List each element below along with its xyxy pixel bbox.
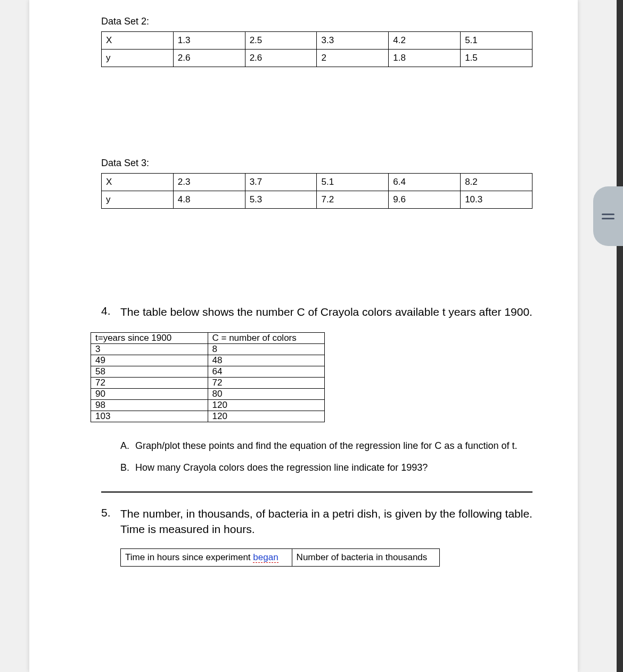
table-row: 103120 (91, 411, 325, 422)
cell: 3 (91, 344, 208, 355)
cell: 9.6 (389, 191, 461, 209)
cell: 2.6 (245, 50, 317, 67)
cell: 6.4 (389, 174, 461, 191)
table-header-row: t=years since 1900 C = number of colors (91, 333, 325, 344)
cell: 5.3 (245, 191, 317, 209)
sub-text: How many Crayola colors does the regress… (135, 462, 428, 473)
cell: 98 (91, 400, 208, 411)
table-row: 5864 (91, 366, 325, 378)
table-row: 4948 (91, 355, 325, 366)
column-header: Number of bacteria in thousands (292, 549, 439, 567)
section-divider (101, 491, 532, 493)
sub-letter: B. (120, 462, 135, 473)
side-panel-toggle[interactable] (593, 186, 623, 246)
cell: 8 (208, 344, 325, 355)
dataset3-label: Data Set 3: (101, 158, 532, 169)
cell: 4.8 (173, 191, 245, 209)
column-header: C = number of colors (208, 333, 325, 344)
cell: 49 (91, 355, 208, 366)
crayola-table: t=years since 1900 C = number of colors … (91, 332, 325, 422)
question-5: 5. The number, in thousands, of bacteria… (101, 506, 532, 537)
dataset2-label: Data Set 2: (101, 16, 532, 27)
row-label: X (102, 174, 174, 191)
question-number: 5. (101, 506, 120, 537)
cell: 7.2 (317, 191, 389, 209)
row-label: y (102, 50, 174, 67)
spellcheck-word: began (253, 552, 278, 563)
header-prefix: Time in hours since experiment (125, 552, 253, 562)
dataset2-table: X 1.3 2.5 3.3 4.2 5.1 y 2.6 2.6 2 1.8 1.… (101, 31, 532, 67)
cell: 5.1 (317, 174, 389, 191)
cell: 120 (208, 400, 325, 411)
cell: 5.1 (461, 32, 532, 50)
cell: 1.3 (173, 32, 245, 50)
table-row: 9080 (91, 389, 325, 400)
table-row: y 2.6 2.6 2 1.8 1.5 (102, 50, 532, 67)
table-row: X 2.3 3.7 5.1 6.4 8.2 (102, 174, 532, 191)
cell: 120 (208, 411, 325, 422)
cell: 1.5 (461, 50, 532, 67)
table-row: 7272 (91, 378, 325, 389)
question-4: 4. The table below shows the number C of… (101, 305, 532, 319)
cell: 90 (91, 389, 208, 400)
cell: 4.2 (389, 32, 461, 50)
cell: 72 (91, 378, 208, 389)
row-label: X (102, 32, 174, 50)
sub-text: Graph/plot these points and find the equ… (135, 440, 517, 452)
cell: 64 (208, 366, 325, 378)
cell: 48 (208, 355, 325, 366)
document-page: Data Set 2: X 1.3 2.5 3.3 4.2 5.1 y 2.6 … (29, 0, 578, 672)
table-row: y 4.8 5.3 7.2 9.6 10.3 (102, 191, 532, 209)
cell: 2.6 (173, 50, 245, 67)
table-header-row: Time in hours since experiment began Num… (121, 549, 440, 567)
cell: 58 (91, 366, 208, 378)
question-4a: A. Graph/plot these points and find the … (120, 440, 532, 452)
sub-letter: A. (120, 440, 135, 452)
cell: 2.5 (245, 32, 317, 50)
cell: 8.2 (461, 174, 532, 191)
table-row: 98120 (91, 400, 325, 411)
table-row: X 1.3 2.5 3.3 4.2 5.1 (102, 32, 532, 50)
cell: 72 (208, 378, 325, 389)
menu-icon (602, 211, 614, 222)
question-4b: B. How many Crayola colors does the regr… (120, 462, 532, 473)
cell: 1.8 (389, 50, 461, 67)
bacteria-table: Time in hours since experiment began Num… (120, 548, 440, 567)
page-content: Data Set 2: X 1.3 2.5 3.3 4.2 5.1 y 2.6 … (101, 0, 532, 567)
cell: 10.3 (461, 191, 532, 209)
cell: 2 (317, 50, 389, 67)
viewport: Data Set 2: X 1.3 2.5 3.3 4.2 5.1 y 2.6 … (0, 0, 623, 672)
cell: 3.7 (245, 174, 317, 191)
row-label: y (102, 191, 174, 209)
next-page-edge (617, 0, 623, 672)
dataset3-table: X 2.3 3.7 5.1 6.4 8.2 y 4.8 5.3 7.2 9.6 … (101, 173, 532, 209)
table-row: 38 (91, 344, 325, 355)
question-number: 4. (101, 305, 120, 319)
cell: 80 (208, 389, 325, 400)
question-text: The table below shows the number C of Cr… (120, 305, 532, 319)
cell: 2.3 (173, 174, 245, 191)
question-text: The number, in thousands, of bacteria in… (120, 506, 532, 537)
column-header: Time in hours since experiment began (121, 549, 292, 567)
column-header: t=years since 1900 (91, 333, 208, 344)
cell: 103 (91, 411, 208, 422)
cell: 3.3 (317, 32, 389, 50)
